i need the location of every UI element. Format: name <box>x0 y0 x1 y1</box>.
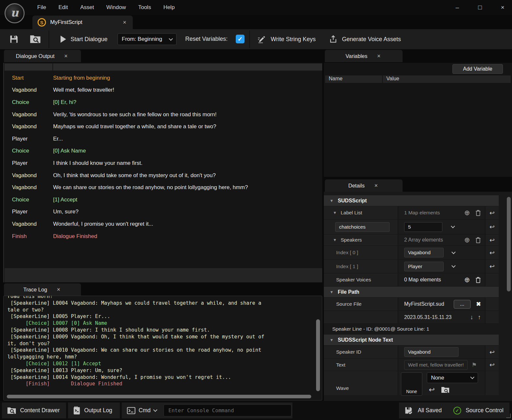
tab-dialogue-output[interactable]: Dialogue Output × <box>4 50 81 62</box>
output-log-button[interactable]: Output Log <box>68 403 120 418</box>
speaker-column-header[interactable] <box>5 63 52 71</box>
dialogue-row[interactable]: PlayerUm, sure? <box>5 206 322 218</box>
export-arrow-up-icon[interactable]: ↑ <box>478 314 481 321</box>
chevron-down-icon[interactable] <box>451 250 456 254</box>
use-selected-asset-icon[interactable]: ↩ <box>429 386 435 394</box>
source-control-button[interactable]: Source Control <box>466 407 504 414</box>
tab-details[interactable]: Details × <box>325 179 403 192</box>
section-node-text[interactable]: ▼ SUDSScript Node Text <box>324 335 499 346</box>
resize-grip[interactable] <box>506 414 511 418</box>
collapse-triangle-icon[interactable]: ▼ <box>330 290 334 294</box>
add-element-icon[interactable]: ⊕ <box>464 209 470 217</box>
collapse-triangle-icon[interactable]: ▼ <box>333 210 337 215</box>
trace-vertical-scrollbar[interactable] <box>316 319 320 391</box>
reset-to-default-icon[interactable]: ↩ <box>490 361 495 369</box>
dialogue-row[interactable]: PlayerEr... <box>5 133 322 145</box>
chevron-down-icon[interactable] <box>451 224 455 228</box>
speaker-id-field[interactable]: Vagabond <box>404 347 459 357</box>
tab-variables[interactable]: Variables × <box>325 50 403 62</box>
dialogue-row[interactable]: FinishDialogue Finished <box>5 230 322 243</box>
close-icon[interactable]: × <box>63 53 69 60</box>
chevron-down-icon[interactable] <box>153 408 157 412</box>
variables-panel: Add Variable Name Value <box>324 63 512 177</box>
cmd-label[interactable]: Cmd <box>139 407 151 414</box>
dialogue-row[interactable]: PlayerI think I should know your name fi… <box>5 157 322 169</box>
reset-variables-checkbox[interactable]: ✓ <box>236 35 245 43</box>
generate-voice-assets-button[interactable]: Generate Voice Assets <box>329 33 401 45</box>
reset-to-default-icon[interactable]: ↩ <box>490 223 495 231</box>
close-icon[interactable]: × <box>121 19 128 26</box>
menu-window[interactable]: Window <box>100 0 132 15</box>
import-arrow-down-icon[interactable]: ↓ <box>470 314 473 321</box>
variables-name-column[interactable]: Name <box>325 75 382 83</box>
dialogue-row[interactable]: VagabondVerily, 'tis wondrous to see suc… <box>5 108 322 121</box>
dialogue-row-speaker: Vagabond <box>5 123 53 130</box>
reset-to-default-icon[interactable]: ↩ <box>490 348 495 356</box>
map-key-field[interactable]: chatchoices <box>335 222 390 232</box>
dialogue-row[interactable]: VagabondOh, I think that would take some… <box>5 169 322 182</box>
dialogue-row[interactable]: Choice[0] Er, hi? <box>5 96 322 108</box>
collapse-triangle-icon[interactable]: ▼ <box>330 199 334 203</box>
flag-icon[interactable]: ⚑ <box>472 361 477 369</box>
reset-to-default-icon[interactable]: ↩ <box>490 209 495 217</box>
menu-file[interactable]: File <box>31 0 52 15</box>
close-icon[interactable]: × <box>376 53 382 60</box>
browse-file-button[interactable]: ... <box>454 300 471 309</box>
add-element-icon[interactable]: ⊕ <box>464 276 470 284</box>
text-column-header[interactable] <box>53 63 322 71</box>
tab-trace-log[interactable]: Trace Log × <box>4 283 81 296</box>
add-element-icon[interactable]: ⊕ <box>464 236 470 244</box>
section-file-path[interactable]: ▼ File Path <box>324 287 499 298</box>
menu-asset[interactable]: Asset <box>74 0 100 15</box>
variables-value-column[interactable]: Value <box>383 75 511 83</box>
speaker-0-dropdown[interactable]: Vagabond <box>404 248 444 257</box>
dialogue-row[interactable]: VagabondWonderful, I promise you won't r… <box>5 218 322 230</box>
reset-to-default-icon[interactable]: ↩ <box>490 249 495 256</box>
trace-horizontal-scrollbar[interactable] <box>7 395 311 398</box>
text-field[interactable]: Well met, fellow traveller! <box>404 360 468 370</box>
clear-file-icon[interactable]: ✖ <box>476 301 481 308</box>
dialogue-row[interactable]: VagabondMayhaps we could travel together… <box>5 120 322 133</box>
save-button[interactable] <box>9 34 19 44</box>
close-icon[interactable]: × <box>373 182 379 189</box>
content-drawer-button[interactable]: Content Drawer <box>2 403 66 418</box>
trash-icon[interactable] <box>475 210 481 216</box>
minimize-button[interactable]: – <box>453 4 461 11</box>
trace-log-line: lollygagging here, hmm? <box>7 354 312 360</box>
maximize-button[interactable]: □ <box>476 4 484 11</box>
map-value-field[interactable]: 5 <box>404 222 442 232</box>
browse-to-asset-button[interactable] <box>30 34 41 44</box>
start-dialogue-button[interactable]: Start Dialogue <box>61 32 108 46</box>
speaker-1-dropdown[interactable]: Player <box>404 262 444 271</box>
menu-edit[interactable]: Edit <box>52 0 74 15</box>
browse-asset-icon[interactable] <box>441 386 449 393</box>
console-command-input[interactable]: Enter Console Command <box>164 404 291 416</box>
trash-icon[interactable] <box>475 277 481 283</box>
reset-to-default-icon[interactable]: ↩ <box>490 236 495 244</box>
menu-help[interactable]: Help <box>157 0 181 15</box>
dialogue-row[interactable]: Choice[0] Ask Name <box>5 145 322 157</box>
from-dropdown[interactable]: From: Beginning <box>118 33 176 45</box>
asset-tab-myfirstscript[interactable]: S MyFirstScript × <box>32 16 133 29</box>
trash-icon[interactable] <box>475 237 481 243</box>
reset-to-default-icon[interactable]: ↩ <box>490 263 495 270</box>
section-sudsscript[interactable]: ▼ SUDSScript <box>324 195 499 206</box>
dialogue-row[interactable]: Choice[1] Accept <box>5 194 322 206</box>
wave-thumbnail[interactable]: None <box>401 372 422 396</box>
menu-tools[interactable]: Tools <box>132 0 157 15</box>
close-icon[interactable]: × <box>56 286 62 293</box>
close-button[interactable]: × <box>498 4 507 11</box>
details-scrollbar[interactable] <box>507 197 511 291</box>
add-variable-button[interactable]: Add Variable <box>452 64 503 74</box>
dialogue-row[interactable]: VagabondWell met, fellow traveller! <box>5 84 322 96</box>
variables-table-header: Name Value <box>325 75 511 83</box>
dialogue-row[interactable]: VagabondWe can share our stories on the … <box>5 181 322 194</box>
collapse-triangle-icon[interactable]: ▼ <box>333 238 337 242</box>
dialogue-row[interactable]: StartStarting from beginning <box>5 72 322 84</box>
section-sudsscript-label: SUDSScript <box>338 198 367 204</box>
save-status-segment: All Saved ✓ Source Control <box>399 403 509 418</box>
collapse-triangle-icon[interactable]: ▼ <box>330 338 334 342</box>
wave-dropdown[interactable]: None <box>427 372 478 383</box>
write-string-keys-button[interactable]: Write String Keys <box>257 33 316 45</box>
chevron-down-icon[interactable] <box>451 264 456 268</box>
